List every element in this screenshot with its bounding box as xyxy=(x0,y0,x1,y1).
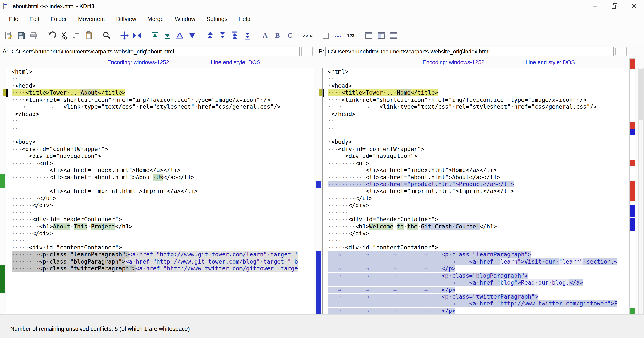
code-line: ·</head> xyxy=(6,110,314,118)
code-line: ······<div·id="headerContainer"> xyxy=(323,216,628,223)
code-line: ······</div> xyxy=(6,230,314,237)
browse-button-a[interactable]: ... xyxy=(301,47,313,56)
paste-icon xyxy=(84,31,93,40)
code-line: <html> xyxy=(6,68,314,76)
window-layout-1-button[interactable] xyxy=(362,29,375,42)
pane-b-diff-margin xyxy=(316,68,322,315)
file-path-input-b[interactable] xyxy=(325,47,614,56)
code-line: ····<title>Tower·::·Home</title> xyxy=(323,90,628,97)
pane-b-label: B: xyxy=(316,48,325,55)
go-current-delta-button[interactable] xyxy=(118,29,130,42)
vertical-scrollbar[interactable] xyxy=(638,68,644,314)
line-numbers-label: 123 xyxy=(347,33,354,38)
scrollbar-thumb[interactable] xyxy=(639,69,643,120)
save-button[interactable] xyxy=(14,29,27,42)
menu-file[interactable]: File xyxy=(4,13,24,25)
code-line: ···<div·id="contentWrapper"> xyxy=(6,146,314,153)
code-line: ···········<li><a·href="index.html">Home… xyxy=(6,167,314,174)
code-line: ···· xyxy=(6,237,314,244)
menu-folder[interactable]: Folder xyxy=(45,13,72,25)
diff-overview-column[interactable] xyxy=(630,58,636,314)
code-line: → → → → </p> xyxy=(323,266,628,272)
file-path-input-a[interactable] xyxy=(9,47,300,56)
menu-help[interactable]: Help xyxy=(233,13,256,25)
search-icon xyxy=(102,31,111,40)
menu-movement[interactable]: Movement xyxy=(72,13,110,25)
code-line: ·····<div·id="navigation"> xyxy=(323,153,628,160)
select-c-button[interactable]: C xyxy=(284,29,296,42)
window-split-icon xyxy=(364,31,373,40)
save-icon xyxy=(16,31,26,40)
code-line: ····<title>Tower·::·About</title> xyxy=(6,90,314,97)
triangle-up-icon xyxy=(175,31,184,40)
code-line: ······</div> xyxy=(323,230,628,237)
code-line: ···<div·id="contentWrapper"> xyxy=(323,146,628,153)
go-last-delta-button[interactable] xyxy=(161,29,173,42)
current-diff-chip xyxy=(319,89,322,96)
menu-bar: File Edit Folder Movement Diffview Merge… xyxy=(0,12,644,26)
show-whitespace-characters-button[interactable] xyxy=(320,29,332,42)
diff-content: A: ... Encoding: windows-1252 Line end s… xyxy=(0,45,644,314)
pane-a: A: ... Encoding: windows-1252 Line end s… xyxy=(0,45,314,314)
close-icon xyxy=(630,2,638,10)
code-line: → → → → <p·class="twitterParagraph"> xyxy=(323,294,628,300)
menu-settings[interactable]: Settings xyxy=(201,13,233,25)
code-line: ········<h1>About·This·Project</h1> xyxy=(6,223,314,230)
diff-range-mark xyxy=(316,180,321,188)
go-next-unsolved-conflict-button[interactable] xyxy=(216,29,228,42)
menu-diffview[interactable]: Diffview xyxy=(110,13,142,25)
code-line: ····<link·rel="shortcut·icon"·href="img/… xyxy=(323,97,628,104)
code-line: ······</div> xyxy=(6,202,314,209)
auto-solve-label: AUTO xyxy=(303,34,313,38)
open-dialog-button[interactable] xyxy=(2,29,14,42)
cut-button[interactable] xyxy=(57,29,70,42)
code-line: ········<h1>Welcome·to·the·Git·Crash·Cou… xyxy=(323,223,628,230)
diff-range-mark xyxy=(0,174,5,188)
status-bar: Number of remaining unsolved conflicts: … xyxy=(0,314,644,338)
menu-edit[interactable]: Edit xyxy=(24,13,45,25)
close-button[interactable] xyxy=(624,0,644,12)
pane-b-meta: Encoding: windows-1252 Line end style: D… xyxy=(316,58,628,67)
pane-a-diff-margin xyxy=(0,68,6,315)
move-arrows-icon xyxy=(120,31,129,40)
code-line: ·<body> xyxy=(6,139,314,146)
select-b-button[interactable]: B xyxy=(271,29,284,42)
double-chevron-down-bar-icon xyxy=(242,31,252,40)
auto-solve-button[interactable]: AUTO xyxy=(302,29,314,42)
menu-merge[interactable]: Merge xyxy=(142,13,170,25)
copy-button[interactable] xyxy=(70,29,82,42)
code-line: ···········<li><a·href="product.html">Pr… xyxy=(323,181,628,188)
print-button[interactable] xyxy=(27,29,39,42)
code-line: · → → <link·type="text/css"·rel="stylesh… xyxy=(323,104,628,110)
go-prev-delta-button[interactable] xyxy=(173,29,186,42)
code-line: ·<head> xyxy=(323,82,628,90)
paste-button[interactable] xyxy=(82,29,94,42)
code-line: ···········<li><a·href="imprint.html">Im… xyxy=(323,188,628,195)
diff-view-button[interactable] xyxy=(130,29,143,42)
encoding-label-b: Encoding: windows-1252 xyxy=(422,59,484,66)
go-next-delta-button[interactable] xyxy=(186,29,198,42)
select-a-button[interactable]: A xyxy=(259,29,271,42)
browse-button-b[interactable]: ... xyxy=(615,47,627,56)
show-line-numbers-button[interactable]: 123 xyxy=(344,29,357,42)
menu-window[interactable]: Window xyxy=(169,13,201,25)
undo-button[interactable] xyxy=(45,29,57,42)
maximize-button[interactable] xyxy=(605,0,624,12)
diff-range-mark xyxy=(0,265,5,293)
code-line: ······<div·id="headerContainer"> xyxy=(6,216,314,223)
whitespace-box-icon xyxy=(323,33,329,38)
find-button[interactable] xyxy=(100,29,112,42)
window-layout-3-button[interactable] xyxy=(387,29,400,42)
go-prev-conflict-button[interactable] xyxy=(228,29,241,42)
pane-a-code-area[interactable]: <html>···<head>····<title>Tower·::·About… xyxy=(6,68,314,314)
double-chevron-up-bar-icon xyxy=(230,31,240,40)
pane-b-code-area[interactable]: <html>···<head>····<title>Tower·::·Home<… xyxy=(322,68,628,314)
code-line: → → → → <p·class="blogParagraph"> xyxy=(323,272,628,280)
go-first-delta-button[interactable] xyxy=(148,29,161,42)
minimize-button[interactable] xyxy=(585,0,605,12)
go-next-conflict-button[interactable] xyxy=(241,29,253,42)
window-layout-2-button[interactable] xyxy=(375,29,387,42)
code-line: ······ xyxy=(6,209,314,216)
go-prev-unsolved-conflict-button[interactable] xyxy=(204,29,216,42)
show-whitespace-button[interactable]: --- xyxy=(332,29,344,42)
